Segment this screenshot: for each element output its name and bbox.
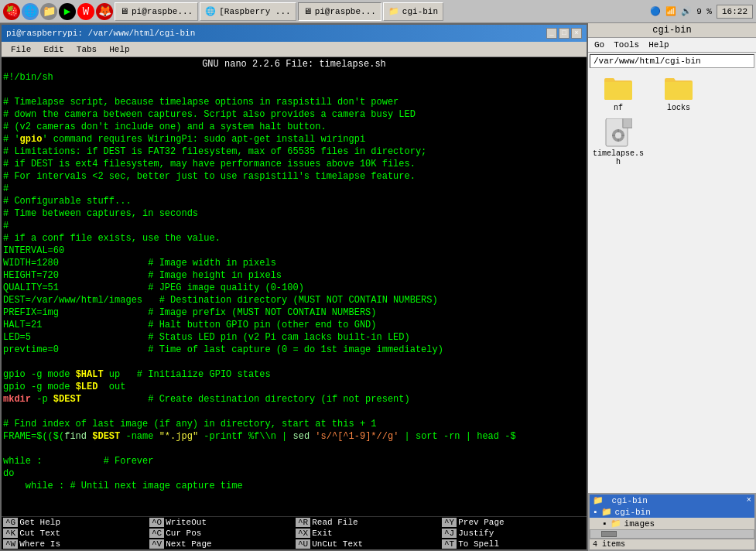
close-button[interactable]: ×	[571, 28, 582, 39]
item-count: 4 items	[593, 540, 625, 549]
file-item-nf[interactable]: nf	[591, 73, 645, 112]
taskbar-right: 🔵 📶 🔊 9 % 16:22	[650, 5, 753, 19]
terminal-window: pi@raspberrypi: /var/www/html/cgi-bin _ …	[0, 23, 588, 551]
footer-cut-text[interactable]: ^K Cut Text	[2, 528, 148, 539]
file-label-timelapse: timelapse.sh	[591, 149, 645, 166]
footer-to-spell[interactable]: ^T To Spell	[440, 539, 587, 549]
footer-get-help[interactable]: ^G Get Help	[2, 517, 148, 528]
label-prev-page: Prev Page	[458, 518, 504, 527]
mathematica-icon[interactable]: 🦊	[96, 3, 113, 20]
terminal-body[interactable]: GNU nano 2.2.6 File: timelapse.sh #!/bin…	[2, 57, 587, 549]
code-line: # (v2 cameras don't include one) and a s…	[3, 121, 585, 133]
code-line: DEST=/var/www/html/images # Destination …	[3, 294, 585, 306]
terminal-icon[interactable]: ▶	[59, 3, 76, 20]
footer-exit[interactable]: ^X Exit	[294, 528, 440, 539]
tree-item-images[interactable]: ▪ 📁 images	[590, 518, 754, 529]
close-icon[interactable]: ×	[746, 495, 751, 505]
code-line: # Limitations: if DEST is FAT32 filesyst…	[3, 145, 585, 158]
label-cut-text: Cut Text	[19, 529, 60, 538]
volume-icon: 🔊	[681, 6, 692, 16]
key-ctrl-g: ^G	[3, 518, 18, 527]
maximize-button[interactable]: □	[559, 28, 570, 39]
code-line: #	[3, 220, 585, 232]
nano-header-text: GNU nano 2.2.6 File: timelapse.sh	[202, 59, 386, 70]
folder-icon-nf	[603, 73, 634, 104]
right-panel-files: nf locks	[588, 70, 756, 169]
battery-label: 9 %	[696, 7, 712, 16]
key-ctrl-y: ^Y	[442, 518, 457, 527]
taskbar-terminal1[interactable]: 🖥 pi@raspbe...	[115, 2, 198, 21]
file-item-timelapse[interactable]: timelapse.sh	[591, 118, 645, 166]
svg-point-4	[615, 132, 621, 139]
code-line: gpio -g mode $LED out	[3, 381, 585, 393]
code-line: # if a conf file exists, use the value.	[3, 232, 585, 245]
footer-prev-page[interactable]: ^Y Prev Page	[440, 517, 587, 528]
tree-item-cgibin[interactable]: ▪ 📁 cgi-bin	[590, 506, 754, 518]
tree-expand-icon: ▪	[602, 519, 607, 529]
key-ctrl-x: ^X	[296, 529, 310, 538]
minimize-button[interactable]: _	[546, 28, 557, 39]
code-line-while-inner: while : # Until next image capture time	[3, 480, 585, 492]
panel-icon: 📁	[593, 496, 604, 505]
code-line-while: while : # Forever	[3, 455, 585, 467]
browser-tab-icon: 🌐	[205, 6, 216, 16]
code-line	[3, 406, 585, 418]
menu-help[interactable]: Help	[103, 44, 135, 55]
taskbar-terminal2[interactable]: 🖥 pi@raspbe...	[298, 2, 381, 21]
code-line: do	[3, 467, 585, 480]
footer-where-is[interactable]: ^W Where Is	[2, 539, 148, 549]
footer-uncut[interactable]: ^U UnCut Text	[294, 539, 440, 549]
files-icon[interactable]: 📁	[40, 3, 57, 20]
cgibin-icon: 📁	[388, 6, 399, 16]
wolfram-icon[interactable]: W	[77, 3, 94, 20]
code-line: # if DEST is ext4 filesystem, may have p…	[3, 158, 585, 170]
key-ctrl-t: ^T	[442, 539, 457, 549]
key-ctrl-c: ^C	[149, 529, 164, 538]
taskbar-cgibin[interactable]: 📁 cgi-bin	[383, 2, 443, 21]
nano-header: GNU nano 2.2.6 File: timelapse.sh	[2, 57, 587, 71]
footer-justify[interactable]: ^J Justify	[440, 528, 587, 539]
right-menu-go[interactable]: Go	[591, 39, 607, 50]
raspberry-icon[interactable]: 🍓	[3, 3, 20, 20]
file-item-locks[interactable]: locks	[652, 73, 706, 112]
folder-icon: 📁	[601, 507, 612, 517]
footer-next-page[interactable]: ^V Next Page	[148, 539, 294, 549]
code-line	[3, 443, 585, 455]
status-bar: 4 items	[590, 539, 754, 549]
code-line: # Configurable stuff...	[3, 195, 585, 207]
menu-file[interactable]: File	[5, 44, 37, 55]
taskbar-browser[interactable]: 🌐 [Raspberry ...	[200, 2, 296, 21]
main-area: pi@raspberrypi: /var/www/html/cgi-bin _ …	[0, 23, 756, 551]
browser-icon[interactable]: 🌐	[22, 3, 39, 20]
right-menu-help[interactable]: Help	[645, 39, 672, 50]
file-label-nf: nf	[614, 104, 623, 112]
label-uncut: UnCut Text	[312, 539, 363, 549]
code-line: # 'gpio' command requires WiringPi: sudo…	[3, 133, 585, 145]
horizontal-scrollbar[interactable]	[590, 529, 754, 539]
label-read-file: Read File	[312, 518, 357, 527]
label-writeout: WriteOut	[166, 518, 207, 527]
clock: 16:22	[717, 5, 753, 19]
cgibin-label: cgi-bin	[402, 7, 438, 16]
bluetooth-icon: 🔵	[650, 6, 661, 16]
menu-edit[interactable]: Edit	[37, 44, 70, 55]
code-line: # Timelapse script, because timelapse op…	[3, 96, 585, 108]
term2-icon: 🖥	[303, 6, 312, 16]
footer-read-file[interactable]: ^R Read File	[294, 517, 440, 528]
key-ctrl-j: ^J	[442, 529, 457, 538]
svg-rect-7	[612, 135, 615, 136]
footer-writeout[interactable]: ^O WriteOut	[148, 517, 294, 528]
label-justify: Justify	[458, 529, 494, 538]
tree-label-images: images	[624, 519, 655, 529]
menu-tabs[interactable]: Tabs	[70, 44, 103, 55]
code-line: WIDTH=1280 # Image width in pixels	[3, 257, 585, 269]
scrollbar-thumb[interactable]	[601, 531, 617, 537]
bottom-panel-title: 📁 cgi-bin	[593, 495, 648, 505]
key-ctrl-r: ^R	[296, 518, 310, 527]
svg-rect-8	[621, 135, 624, 136]
label-get-help: Get Help	[19, 518, 60, 527]
right-menu-tools[interactable]: Tools	[611, 39, 642, 50]
footer-cur-pos[interactable]: ^C Cur Pos	[148, 528, 294, 539]
key-ctrl-o: ^O	[149, 518, 164, 527]
code-area[interactable]: #!/bin/sh # Timelapse script, because ti…	[2, 71, 587, 516]
